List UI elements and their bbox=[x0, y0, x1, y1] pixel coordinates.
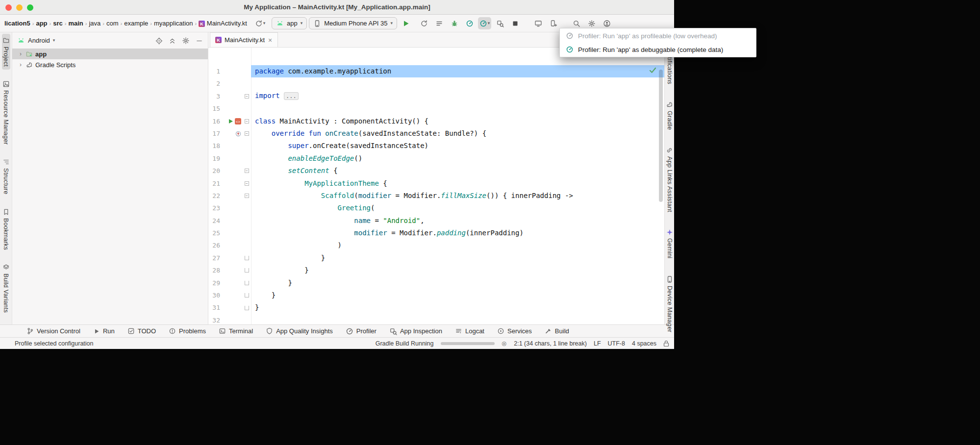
tool-window-button-app-inspection[interactable]: App Inspection bbox=[389, 327, 442, 335]
profiler-button[interactable] bbox=[463, 17, 476, 29]
fold-marker[interactable]: − bbox=[243, 169, 251, 173]
code-text[interactable]: ) bbox=[251, 239, 664, 251]
caret-position-widget[interactable]: 2:1 (34 chars, 1 line break) bbox=[514, 340, 587, 347]
run-line-gutter-icon[interactable] bbox=[228, 115, 233, 127]
breadcrumb-item[interactable]: java bbox=[87, 19, 102, 28]
stop-button[interactable] bbox=[508, 17, 522, 29]
indent-widget[interactable]: 4 spaces bbox=[632, 340, 656, 347]
close-tab-icon[interactable]: × bbox=[268, 37, 273, 44]
device-select[interactable]: Medium Phone API 35 ▾ bbox=[309, 17, 397, 29]
tool-stripe-item-project[interactable]: Project bbox=[2, 34, 10, 70]
fold-marker[interactable]: − bbox=[243, 119, 251, 124]
close-window-button[interactable] bbox=[5, 4, 12, 11]
code-text[interactable]: modifier = Modifier.padding(innerPadding… bbox=[251, 227, 664, 239]
fold-marker[interactable] bbox=[243, 293, 251, 297]
tool-window-button-run[interactable]: Run bbox=[93, 327, 115, 335]
breadcrumb-item[interactable]: lication5 bbox=[3, 19, 32, 28]
rerun-button[interactable] bbox=[417, 17, 430, 29]
code-text[interactable]: package com.example.myapplication bbox=[251, 65, 664, 77]
code-text[interactable]: super.onCreate(savedInstanceState) bbox=[251, 140, 664, 152]
fold-collapse-icon[interactable]: − bbox=[245, 194, 249, 198]
tool-window-button-terminal[interactable]: Terminal bbox=[219, 327, 253, 335]
project-header-gear-button[interactable] bbox=[182, 36, 190, 45]
breadcrumb-item[interactable]: main bbox=[67, 19, 84, 28]
chevron-right-icon[interactable]: › bbox=[18, 61, 23, 68]
editor-scrollbar[interactable] bbox=[659, 70, 663, 202]
apply-code-changes-button[interactable] bbox=[432, 17, 446, 29]
fold-marker[interactable]: − bbox=[243, 194, 251, 198]
tool-stripe-item-bookmarks[interactable]: Bookmarks bbox=[2, 205, 10, 253]
minimize-window-button[interactable] bbox=[16, 4, 23, 11]
tool-window-button-version-control[interactable]: Version Control bbox=[26, 327, 80, 335]
project-header-collapse-button[interactable] bbox=[169, 36, 176, 44]
fold-end-icon[interactable] bbox=[245, 293, 249, 297]
breadcrumb-item[interactable]: app bbox=[34, 19, 49, 28]
compose-gutter-icon[interactable]: <> bbox=[235, 115, 241, 127]
code-text[interactable]: } bbox=[251, 277, 664, 289]
code-text[interactable]: } bbox=[251, 289, 664, 301]
code-text[interactable]: override fun onCreate(savedInstanceState… bbox=[251, 127, 664, 140]
chevron-right-icon[interactable]: › bbox=[18, 50, 23, 57]
tree-row[interactable]: ›Gradle Scripts bbox=[12, 59, 208, 70]
code-text[interactable]: Scaffold(modifier = Modifier.fillMaxSize… bbox=[251, 190, 664, 202]
breadcrumb-item[interactable]: com bbox=[105, 19, 120, 28]
sync-project-button[interactable]: ▾ bbox=[253, 17, 267, 29]
lock-icon[interactable] bbox=[663, 340, 669, 347]
breadcrumb-item[interactable]: K MainActivity.kt bbox=[197, 19, 249, 28]
code-text[interactable]: import ... bbox=[251, 90, 664, 102]
pair-device-button[interactable] bbox=[547, 17, 560, 29]
fold-collapse-icon[interactable]: − bbox=[245, 169, 249, 173]
code-text[interactable]: class MainActivity : ComponentActivity()… bbox=[251, 115, 664, 127]
profiler-menu-item[interactable]: Profiler: Run 'app' as profileable (low … bbox=[560, 29, 756, 43]
tool-window-button-problems[interactable]: Problems bbox=[169, 327, 206, 335]
fold-end-icon[interactable] bbox=[245, 256, 249, 260]
code-text[interactable]: MyApplicationTheme { bbox=[251, 177, 664, 190]
code-text[interactable]: } bbox=[251, 252, 664, 264]
profiler-dropdown-button[interactable]: ▾ bbox=[478, 17, 491, 29]
code-text[interactable]: setContent { bbox=[251, 165, 664, 177]
tool-stripe-item-build-variants[interactable]: Build Variants bbox=[2, 261, 10, 316]
fold-marker[interactable]: − bbox=[243, 181, 251, 186]
fold-marker[interactable] bbox=[243, 268, 251, 272]
tool-stripe-item-gemini[interactable]: Gemini bbox=[666, 226, 674, 261]
project-header-target-button[interactable] bbox=[155, 36, 163, 44]
tool-window-button-profiler[interactable]: Profiler bbox=[346, 327, 377, 335]
tool-stripe-item-device-manager[interactable]: Device Manager bbox=[665, 272, 674, 335]
fold-collapse-icon[interactable]: − bbox=[245, 131, 249, 136]
tool-stripe-item-gradle[interactable]: Gradle bbox=[665, 98, 674, 133]
code-text[interactable]: } bbox=[251, 264, 664, 276]
app-inspection-button[interactable] bbox=[493, 17, 506, 29]
tool-window-button-build[interactable]: Build bbox=[545, 327, 569, 335]
run-button[interactable] bbox=[399, 17, 412, 29]
fold-marker[interactable] bbox=[243, 306, 251, 310]
fold-marker[interactable] bbox=[243, 256, 251, 260]
tool-window-button-logcat[interactable]: Logcat bbox=[455, 327, 484, 335]
fold-marker[interactable]: − bbox=[243, 94, 251, 99]
fold-end-icon[interactable] bbox=[245, 306, 249, 310]
tool-window-button-app-quality-insights[interactable]: App Quality Insights bbox=[266, 327, 333, 335]
project-view-selector[interactable]: Android bbox=[28, 37, 50, 44]
run-configuration-select[interactable]: app ▾ bbox=[272, 17, 307, 29]
breadcrumb-item[interactable]: example bbox=[123, 19, 150, 28]
project-header-minus-button[interactable] bbox=[196, 36, 203, 44]
breadcrumb-item[interactable]: src bbox=[51, 19, 64, 28]
tool-window-button-services[interactable]: Services bbox=[497, 327, 532, 335]
fold-marker[interactable] bbox=[243, 281, 251, 285]
code-text[interactable]: Greeting( bbox=[251, 202, 664, 214]
tool-window-button-todo[interactable]: TODO bbox=[127, 327, 156, 335]
breadcrumb-item[interactable]: myapplication bbox=[152, 19, 195, 28]
tool-stripe-item-resource-manager[interactable]: Resource Manager bbox=[2, 77, 10, 148]
device-mirror-button[interactable] bbox=[531, 17, 545, 29]
fold-collapse-icon[interactable]: − bbox=[245, 94, 249, 99]
tree-row[interactable]: ›app bbox=[12, 49, 208, 59]
editor-tab[interactable]: K MainActivity.kt × bbox=[210, 32, 278, 47]
tool-stripe-item-app-links-assistant[interactable]: App Links Assistant bbox=[665, 144, 674, 215]
fold-end-icon[interactable] bbox=[245, 268, 249, 272]
fold-collapse-icon[interactable]: − bbox=[245, 119, 249, 124]
profiler-menu-item[interactable]: Profiler: Run 'app' as debuggable (compl… bbox=[560, 43, 756, 56]
fold-end-icon[interactable] bbox=[245, 281, 249, 285]
fold-collapse-icon[interactable]: − bbox=[245, 181, 249, 186]
fold-marker[interactable]: − bbox=[243, 131, 251, 136]
line-ending-widget[interactable]: LF bbox=[594, 340, 601, 347]
zoom-window-button[interactable] bbox=[27, 4, 33, 11]
